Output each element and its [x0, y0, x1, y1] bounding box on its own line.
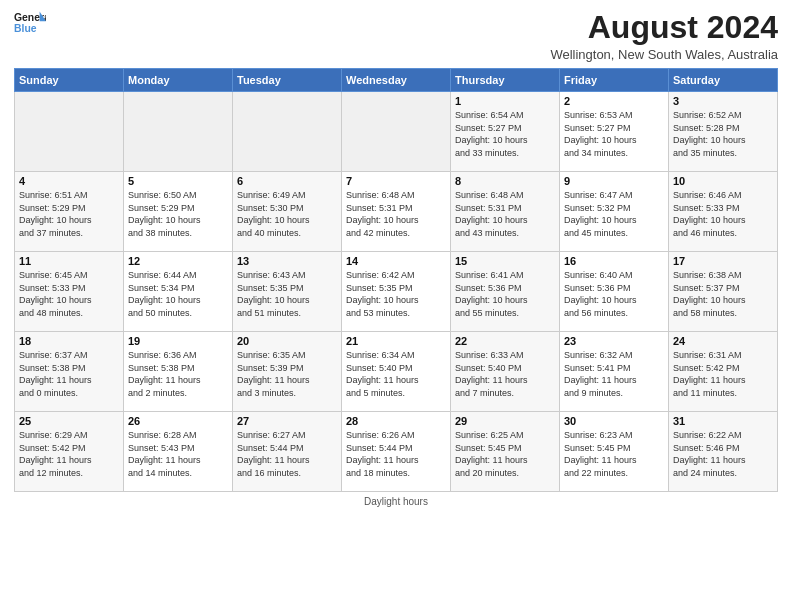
- calendar-table: Sunday Monday Tuesday Wednesday Thursday…: [14, 68, 778, 492]
- calendar-cell: [124, 92, 233, 172]
- calendar-cell: 1Sunrise: 6:54 AM Sunset: 5:27 PM Daylig…: [451, 92, 560, 172]
- day-number: 10: [673, 175, 773, 187]
- day-number: 17: [673, 255, 773, 267]
- day-number: 6: [237, 175, 337, 187]
- day-number: 5: [128, 175, 228, 187]
- calendar-cell: 9Sunrise: 6:47 AM Sunset: 5:32 PM Daylig…: [560, 172, 669, 252]
- day-info: Sunrise: 6:36 AM Sunset: 5:38 PM Dayligh…: [128, 349, 228, 399]
- calendar-cell: 14Sunrise: 6:42 AM Sunset: 5:35 PM Dayli…: [342, 252, 451, 332]
- calendar-cell: 19Sunrise: 6:36 AM Sunset: 5:38 PM Dayli…: [124, 332, 233, 412]
- day-number: 13: [237, 255, 337, 267]
- day-number: 26: [128, 415, 228, 427]
- day-number: 14: [346, 255, 446, 267]
- calendar-cell: 3Sunrise: 6:52 AM Sunset: 5:28 PM Daylig…: [669, 92, 778, 172]
- day-info: Sunrise: 6:54 AM Sunset: 5:27 PM Dayligh…: [455, 109, 555, 159]
- day-number: 1: [455, 95, 555, 107]
- calendar-cell: 30Sunrise: 6:23 AM Sunset: 5:45 PM Dayli…: [560, 412, 669, 492]
- calendar-cell: 8Sunrise: 6:48 AM Sunset: 5:31 PM Daylig…: [451, 172, 560, 252]
- day-info: Sunrise: 6:25 AM Sunset: 5:45 PM Dayligh…: [455, 429, 555, 479]
- calendar-header-row: Sunday Monday Tuesday Wednesday Thursday…: [15, 69, 778, 92]
- day-info: Sunrise: 6:31 AM Sunset: 5:42 PM Dayligh…: [673, 349, 773, 399]
- calendar-cell: 4Sunrise: 6:51 AM Sunset: 5:29 PM Daylig…: [15, 172, 124, 252]
- day-number: 25: [19, 415, 119, 427]
- col-sunday: Sunday: [15, 69, 124, 92]
- day-number: 31: [673, 415, 773, 427]
- day-number: 2: [564, 95, 664, 107]
- svg-text:Blue: Blue: [14, 23, 37, 34]
- calendar-cell: 7Sunrise: 6:48 AM Sunset: 5:31 PM Daylig…: [342, 172, 451, 252]
- col-saturday: Saturday: [669, 69, 778, 92]
- calendar-cell: 31Sunrise: 6:22 AM Sunset: 5:46 PM Dayli…: [669, 412, 778, 492]
- calendar-cell: [15, 92, 124, 172]
- calendar-cell: 25Sunrise: 6:29 AM Sunset: 5:42 PM Dayli…: [15, 412, 124, 492]
- day-info: Sunrise: 6:46 AM Sunset: 5:33 PM Dayligh…: [673, 189, 773, 239]
- day-info: Sunrise: 6:42 AM Sunset: 5:35 PM Dayligh…: [346, 269, 446, 319]
- day-info: Sunrise: 6:32 AM Sunset: 5:41 PM Dayligh…: [564, 349, 664, 399]
- calendar-cell: 26Sunrise: 6:28 AM Sunset: 5:43 PM Dayli…: [124, 412, 233, 492]
- day-info: Sunrise: 6:45 AM Sunset: 5:33 PM Dayligh…: [19, 269, 119, 319]
- calendar-cell: 6Sunrise: 6:49 AM Sunset: 5:30 PM Daylig…: [233, 172, 342, 252]
- calendar-cell: 22Sunrise: 6:33 AM Sunset: 5:40 PM Dayli…: [451, 332, 560, 412]
- day-number: 15: [455, 255, 555, 267]
- week-row-4: 18Sunrise: 6:37 AM Sunset: 5:38 PM Dayli…: [15, 332, 778, 412]
- col-friday: Friday: [560, 69, 669, 92]
- title-block: August 2024 Wellington, New South Wales,…: [550, 10, 778, 62]
- day-number: 7: [346, 175, 446, 187]
- day-info: Sunrise: 6:51 AM Sunset: 5:29 PM Dayligh…: [19, 189, 119, 239]
- calendar-cell: 23Sunrise: 6:32 AM Sunset: 5:41 PM Dayli…: [560, 332, 669, 412]
- calendar-cell: 2Sunrise: 6:53 AM Sunset: 5:27 PM Daylig…: [560, 92, 669, 172]
- calendar-cell: 28Sunrise: 6:26 AM Sunset: 5:44 PM Dayli…: [342, 412, 451, 492]
- day-number: 12: [128, 255, 228, 267]
- day-info: Sunrise: 6:48 AM Sunset: 5:31 PM Dayligh…: [346, 189, 446, 239]
- day-info: Sunrise: 6:28 AM Sunset: 5:43 PM Dayligh…: [128, 429, 228, 479]
- day-info: Sunrise: 6:27 AM Sunset: 5:44 PM Dayligh…: [237, 429, 337, 479]
- day-info: Sunrise: 6:33 AM Sunset: 5:40 PM Dayligh…: [455, 349, 555, 399]
- week-row-3: 11Sunrise: 6:45 AM Sunset: 5:33 PM Dayli…: [15, 252, 778, 332]
- day-info: Sunrise: 6:22 AM Sunset: 5:46 PM Dayligh…: [673, 429, 773, 479]
- week-row-5: 25Sunrise: 6:29 AM Sunset: 5:42 PM Dayli…: [15, 412, 778, 492]
- calendar-cell: 17Sunrise: 6:38 AM Sunset: 5:37 PM Dayli…: [669, 252, 778, 332]
- day-info: Sunrise: 6:41 AM Sunset: 5:36 PM Dayligh…: [455, 269, 555, 319]
- calendar-cell: 11Sunrise: 6:45 AM Sunset: 5:33 PM Dayli…: [15, 252, 124, 332]
- day-number: 20: [237, 335, 337, 347]
- col-wednesday: Wednesday: [342, 69, 451, 92]
- day-number: 9: [564, 175, 664, 187]
- day-info: Sunrise: 6:50 AM Sunset: 5:29 PM Dayligh…: [128, 189, 228, 239]
- day-info: Sunrise: 6:49 AM Sunset: 5:30 PM Dayligh…: [237, 189, 337, 239]
- day-info: Sunrise: 6:37 AM Sunset: 5:38 PM Dayligh…: [19, 349, 119, 399]
- day-info: Sunrise: 6:29 AM Sunset: 5:42 PM Dayligh…: [19, 429, 119, 479]
- calendar-cell: 21Sunrise: 6:34 AM Sunset: 5:40 PM Dayli…: [342, 332, 451, 412]
- day-number: 29: [455, 415, 555, 427]
- col-tuesday: Tuesday: [233, 69, 342, 92]
- day-number: 16: [564, 255, 664, 267]
- day-info: Sunrise: 6:53 AM Sunset: 5:27 PM Dayligh…: [564, 109, 664, 159]
- week-row-1: 1Sunrise: 6:54 AM Sunset: 5:27 PM Daylig…: [15, 92, 778, 172]
- day-info: Sunrise: 6:26 AM Sunset: 5:44 PM Dayligh…: [346, 429, 446, 479]
- footer-note: Daylight hours: [14, 496, 778, 507]
- calendar-cell: 5Sunrise: 6:50 AM Sunset: 5:29 PM Daylig…: [124, 172, 233, 252]
- day-info: Sunrise: 6:35 AM Sunset: 5:39 PM Dayligh…: [237, 349, 337, 399]
- calendar-cell: [342, 92, 451, 172]
- day-info: Sunrise: 6:34 AM Sunset: 5:40 PM Dayligh…: [346, 349, 446, 399]
- day-info: Sunrise: 6:52 AM Sunset: 5:28 PM Dayligh…: [673, 109, 773, 159]
- calendar-cell: 15Sunrise: 6:41 AM Sunset: 5:36 PM Dayli…: [451, 252, 560, 332]
- day-number: 27: [237, 415, 337, 427]
- day-number: 23: [564, 335, 664, 347]
- day-info: Sunrise: 6:23 AM Sunset: 5:45 PM Dayligh…: [564, 429, 664, 479]
- day-number: 21: [346, 335, 446, 347]
- day-number: 28: [346, 415, 446, 427]
- day-number: 8: [455, 175, 555, 187]
- calendar-cell: 24Sunrise: 6:31 AM Sunset: 5:42 PM Dayli…: [669, 332, 778, 412]
- calendar-cell: 13Sunrise: 6:43 AM Sunset: 5:35 PM Dayli…: [233, 252, 342, 332]
- day-info: Sunrise: 6:38 AM Sunset: 5:37 PM Dayligh…: [673, 269, 773, 319]
- calendar-cell: 29Sunrise: 6:25 AM Sunset: 5:45 PM Dayli…: [451, 412, 560, 492]
- calendar-cell: 27Sunrise: 6:27 AM Sunset: 5:44 PM Dayli…: [233, 412, 342, 492]
- day-number: 4: [19, 175, 119, 187]
- calendar-cell: 16Sunrise: 6:40 AM Sunset: 5:36 PM Dayli…: [560, 252, 669, 332]
- calendar-cell: 18Sunrise: 6:37 AM Sunset: 5:38 PM Dayli…: [15, 332, 124, 412]
- day-number: 3: [673, 95, 773, 107]
- logo: General Blue: [14, 10, 46, 38]
- day-info: Sunrise: 6:40 AM Sunset: 5:36 PM Dayligh…: [564, 269, 664, 319]
- day-info: Sunrise: 6:44 AM Sunset: 5:34 PM Dayligh…: [128, 269, 228, 319]
- day-number: 24: [673, 335, 773, 347]
